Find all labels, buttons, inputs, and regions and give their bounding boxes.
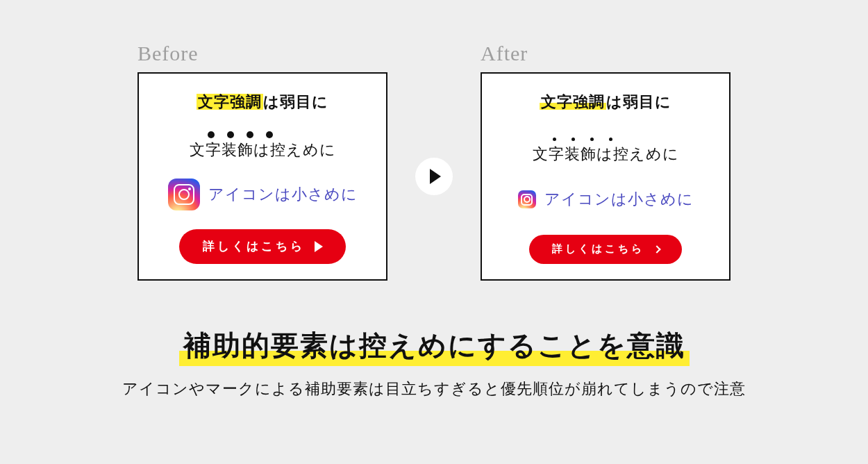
highlighted-text: 文字強調 [540, 93, 606, 110]
line-icon: アイコンは小さめに [518, 189, 694, 210]
emphasis-dots-icon [208, 131, 273, 138]
line-icon: アイコンは小さめに [168, 179, 358, 210]
emphasis-dots-icon [553, 138, 612, 141]
cta-button[interactable]: 詳しくはこちら [529, 235, 682, 264]
play-icon [430, 169, 441, 184]
line-emphasis: 文字強調は弱目に [197, 92, 328, 113]
line3-text: アイコンは小さめに [544, 189, 694, 210]
before-after-comparison: Before 文字強調は弱目に 文字装飾は控えめに アイコンは小さめに 詳しくは… [125, 42, 743, 281]
after-column: After 文字強調は弱目に 文字装飾は控えめに アイコンは小さめに 詳しくはこ… [481, 42, 731, 281]
caption-block: 補助的要素は控えめにすることを意識 アイコンやマークによる補助要素は目立ちすぎる… [0, 326, 868, 399]
after-label: After [481, 42, 528, 65]
before-panel: 文字強調は弱目に 文字装飾は控えめに アイコンは小さめに 詳しくはこちら [137, 72, 387, 281]
subline: アイコンやマークによる補助要素は目立ちすぎると優先順位が崩れてしまうので注意 [0, 379, 868, 399]
line2-text: 文字装飾は控えめに [190, 140, 336, 160]
headline: 補助的要素は控えめにすることを意識 [179, 326, 690, 366]
line-emphasis: 文字強調は弱目に [540, 92, 671, 113]
cta-label: 詳しくはこちら [203, 238, 305, 254]
line1-rest: は弱目に [263, 93, 328, 110]
line2-text: 文字装飾は控えめに [533, 144, 679, 165]
line3-text: アイコンは小さめに [208, 184, 358, 205]
chevron-right-icon [653, 245, 660, 253]
play-icon [315, 241, 323, 252]
before-column: Before 文字強調は弱目に 文字装飾は控えめに アイコンは小さめに 詳しくは… [137, 42, 387, 281]
line-decoration: 文字装飾は控えめに [190, 131, 336, 160]
instagram-icon [518, 190, 536, 208]
instagram-icon [168, 179, 200, 210]
highlighted-text: 文字強調 [197, 93, 263, 110]
after-panel: 文字強調は弱目に 文字装飾は控えめに アイコンは小さめに 詳しくはこちら [481, 72, 731, 281]
line-decoration: 文字装飾は控えめに [533, 138, 679, 165]
line1-rest: は弱目に [606, 93, 671, 110]
cta-button[interactable]: 詳しくはこちら [179, 229, 346, 264]
cta-label: 詳しくはこちら [552, 242, 644, 256]
transition-arrow [415, 158, 453, 195]
before-label: Before [137, 42, 199, 65]
